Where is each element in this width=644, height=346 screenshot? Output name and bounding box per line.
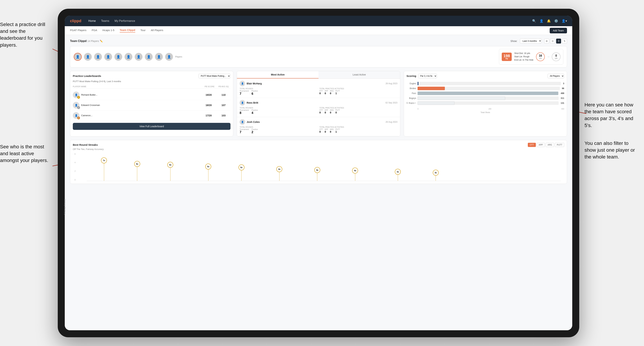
activity-item-header-josh: 👤 Josh Coles 26 Aug 2023: [240, 119, 397, 125]
streak-bubble-5x-1: 5x: [205, 164, 211, 170]
streak-point-5x-1: 5x: [205, 164, 211, 181]
player-avatar-4[interactable]: 👤: [104, 53, 112, 61]
bar-track-bogeys: [418, 96, 558, 100]
leaderboard-header: Practice Leaderboards PUTT Must Make Put…: [73, 74, 230, 78]
streak-bubble-6x-2: 6x: [167, 162, 173, 168]
arg-group-rees: ARG 0: [330, 109, 334, 114]
player-avatar-3[interactable]: 👤: [94, 53, 102, 61]
player-avatar-9[interactable]: 👤: [155, 53, 163, 61]
rounds-label-blair: Total Rounds: [240, 88, 318, 90]
main-content: Team Clippd 14 Players ✏️ Show: Last 3 m…: [65, 35, 572, 330]
filter-arg-button[interactable]: ARG: [546, 143, 554, 147]
person-icon[interactable]: 👤: [540, 19, 544, 23]
filter-app-button[interactable]: APP: [537, 143, 545, 147]
lb-badge-bronze: 3: [77, 117, 80, 119]
practice-activities-label-josh: Total Practice Activities: [320, 126, 398, 128]
bar-chart: Eagles 3 Birdies 96: [406, 81, 564, 107]
bar-value-birdies: 96: [562, 87, 564, 90]
streak-stem-5x-1: [208, 170, 208, 181]
scoring-par-filter[interactable]: Par 3, 4 & 5s Par 3s Par 4s Par 5s: [418, 74, 437, 78]
streak-point-6x-1: 6x: [134, 161, 140, 181]
scoring-player-filter[interactable]: All Players: [548, 74, 564, 78]
streak-point-3x-1: 3x: [395, 169, 401, 181]
player-avatar-10[interactable]: 👤: [165, 53, 173, 61]
show-period-select[interactable]: Last 3 months Last 6 months This year: [520, 38, 542, 43]
players-row-card: 👤 👤 👤 👤 👤 👤 👤 👤 👤 👤 Players 198: [70, 46, 567, 67]
sub-nav-pgat[interactable]: PGAT Players: [70, 29, 86, 32]
view-grid-small[interactable]: ⊟: [550, 39, 555, 43]
player-avatar-2[interactable]: 👤: [84, 53, 92, 61]
sub-nav-allplayers[interactable]: All Players: [151, 29, 163, 32]
ott-val-blair: 0: [320, 92, 323, 95]
team-title-group: Team Clippd 14 Players ✏️: [70, 39, 103, 43]
filter-ott-button[interactable]: OTT: [528, 143, 536, 147]
lb-avatar-3: 👤 3: [73, 112, 80, 119]
players-section: 👤 👤 👤 👤 👤 👤 👤 👤 👤 👤 Players: [74, 53, 496, 61]
edit-team-icon[interactable]: ✏️: [100, 40, 103, 42]
lb-score-2: 18/20: [202, 104, 216, 107]
lb-name-2: Edward Crossman: [81, 104, 100, 106]
bar-label-eagles: Eagles: [406, 82, 416, 85]
lb-avg-2: 107: [216, 104, 230, 107]
sub-nav-teamclippd[interactable]: Team Clippd: [120, 28, 135, 32]
arg-group-blair: ARG 0: [330, 90, 334, 95]
lb-badge-silver: 2: [77, 106, 80, 109]
nav-link-teams[interactable]: Teams: [101, 19, 109, 22]
profile-icon[interactable]: 👤▾: [562, 19, 567, 23]
activity-rounds-rees: Total Rounds Tournament 8 Practice 4: [240, 107, 318, 115]
bar-axis: 0 200 400: [406, 108, 564, 110]
view-list[interactable]: ☰: [556, 39, 561, 43]
streak-point-7x-1: 7x: [101, 158, 107, 181]
lb-score-3: 17/20: [202, 114, 216, 117]
tournament-val-blair: 7: [240, 92, 249, 96]
axis-400: 400: [561, 108, 564, 110]
streaks-subtitle: Off The Tee, Fairway Accuracy: [73, 148, 564, 151]
streak-point-3x-2: 3x: [433, 170, 439, 181]
shot-circle-end: 0 yds: [552, 52, 560, 61]
activity-date-rees: 02 Sep 2023: [386, 102, 398, 104]
view-grid-large[interactable]: ⊞: [544, 39, 549, 43]
practice-label-rees: Practice: [252, 109, 258, 111]
add-team-button[interactable]: Add Team: [550, 28, 567, 33]
player-avatar-7[interactable]: 👤: [134, 53, 142, 61]
lb-avatar-1: 👤 1: [73, 92, 80, 98]
rounds-label-josh: Total Rounds: [240, 126, 318, 128]
player-avatar-6[interactable]: 👤: [124, 53, 132, 61]
sub-nav-pga[interactable]: PGA: [92, 29, 97, 32]
filter-putt-button[interactable]: PUTT: [555, 143, 564, 147]
view-full-leaderboard-button[interactable]: View Full Leaderboard: [73, 123, 230, 130]
view-sort[interactable]: ⇅: [562, 39, 567, 43]
bar-value-bogeys: 311: [561, 97, 564, 99]
bar-fill-dbogeys: [418, 101, 454, 105]
streak-bubble-5x-2: 5x: [238, 165, 244, 170]
nav-link-performance[interactable]: My Performance: [114, 19, 135, 22]
sub-nav-tour[interactable]: Tour: [140, 29, 146, 32]
nav-icons: 🔍 👤 🔔 ⚙️ 👤▾: [532, 19, 567, 23]
view-icons: ⊞ ⊟ ☰ ⇅: [544, 39, 567, 43]
bar-fill-eagles: [418, 82, 418, 85]
search-icon[interactable]: 🔍: [532, 19, 536, 23]
nav-link-home[interactable]: Home: [88, 19, 96, 22]
leaderboard-filter-select[interactable]: PUTT Must Make Putting...: [198, 74, 230, 78]
bar-value-dbogeys: 131: [561, 102, 564, 104]
streak-bubble-3x-1: 3x: [395, 169, 401, 175]
sub-nav-hcaps[interactable]: Hcaps 1-5: [102, 29, 114, 32]
tablet-frame: clippd Home Teams My Performance 🔍 👤 🔔 ⚙…: [58, 9, 579, 337]
streak-bubble-4x-1: 4x: [276, 166, 282, 172]
lb-row-3[interactable]: 👤 3 Cameron... 17/20 103: [73, 110, 230, 121]
lb-row-2[interactable]: 👤 2 Edward Crossman 18/20 107: [73, 100, 230, 110]
settings-icon[interactable]: ⚙️: [554, 19, 558, 23]
player-avatar-5[interactable]: 👤: [114, 53, 122, 61]
player-avatar-1[interactable]: 👤: [74, 53, 82, 61]
tab-most-active[interactable]: Most Active: [237, 71, 318, 78]
lb-row-1[interactable]: 👤 1 Richard Butler... 19/20 110: [73, 90, 230, 100]
shot-info-card: 198 SQ Shot Dist: 16 yds Start Lie: Roug…: [499, 49, 563, 65]
bar-row-eagles: Eagles 3: [406, 82, 564, 85]
bell-icon[interactable]: 🔔: [547, 19, 551, 23]
streak-stem-3x-2: [436, 176, 436, 181]
streaks-title: Best Round Streaks: [73, 143, 98, 146]
activity-avatar-blair: 👤: [240, 81, 245, 86]
tab-least-active[interactable]: Least Active: [318, 71, 400, 78]
activity-player-blair: 👤 Blair McHarg: [240, 81, 262, 86]
player-avatar-8[interactable]: 👤: [145, 53, 153, 61]
